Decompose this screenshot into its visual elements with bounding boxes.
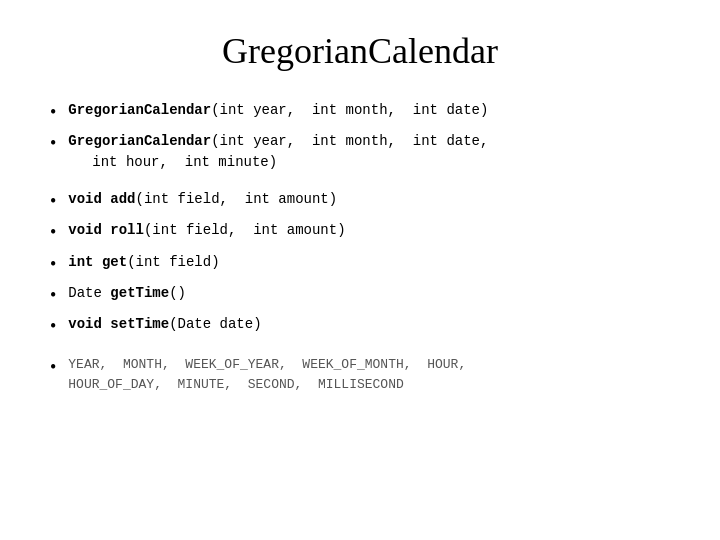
constants-section: YEAR, MONTH, WEEK_OF_YEAR, WEEK_OF_MONTH… xyxy=(50,355,670,394)
list-item: GregorianCalendar(int year, int month, i… xyxy=(50,100,670,125)
method-gettime-bold: getTime xyxy=(110,285,169,301)
method-roll-rest: (int field, int amount) xyxy=(144,222,346,238)
constants-line2: HOUR_OF_DAY, MINUTE, SECOND, MILLISECOND xyxy=(68,377,403,392)
list-item: int get(int field) xyxy=(50,252,670,277)
list-item: void setTime(Date date) xyxy=(50,314,670,339)
method-gettime-parens: () xyxy=(169,285,186,301)
list-item: void add(int field, int amount) xyxy=(50,189,670,214)
method-add-bold: void add xyxy=(68,191,135,207)
page: GregorianCalendar GregorianCalendar(int … xyxy=(0,0,720,540)
list-item: GregorianCalendar(int year, int month, i… xyxy=(50,131,670,173)
list-item: YEAR, MONTH, WEEK_OF_YEAR, WEEK_OF_MONTH… xyxy=(50,355,670,394)
page-title: GregorianCalendar xyxy=(50,30,670,72)
constructor-2-rest: (int year, int month, int date, xyxy=(211,133,488,149)
constructor-1-rest: (int year, int month, int date) xyxy=(211,102,488,118)
constructor-2: GregorianCalendar(int year, int month, i… xyxy=(68,131,488,173)
method-add: void add(int field, int amount) xyxy=(68,189,337,210)
method-roll-bold: void roll xyxy=(68,222,144,238)
method-get: int get(int field) xyxy=(68,252,219,273)
list-item: void roll(int field, int amount) xyxy=(50,220,670,245)
method-gettime: Date getTime() xyxy=(68,283,186,304)
constructor-2-continuation: int hour, int minute) xyxy=(68,154,277,170)
constructor-2-bold: GregorianCalendar xyxy=(68,133,211,149)
methods-list: void add(int field, int amount) void rol… xyxy=(50,189,670,339)
method-settime-rest: (Date date) xyxy=(169,316,261,332)
constants-line1: YEAR, MONTH, WEEK_OF_YEAR, WEEK_OF_MONTH… xyxy=(68,357,466,372)
methods-section: void add(int field, int amount) void rol… xyxy=(50,189,670,339)
list-item: Date getTime() xyxy=(50,283,670,308)
constructor-1-bold: GregorianCalendar xyxy=(68,102,211,118)
constructors-section: GregorianCalendar(int year, int month, i… xyxy=(50,100,670,173)
method-settime: void setTime(Date date) xyxy=(68,314,261,335)
method-get-rest: (int field) xyxy=(127,254,219,270)
constants-content: YEAR, MONTH, WEEK_OF_YEAR, WEEK_OF_MONTH… xyxy=(68,355,466,394)
method-gettime-date: Date xyxy=(68,285,110,301)
constants-list: YEAR, MONTH, WEEK_OF_YEAR, WEEK_OF_MONTH… xyxy=(50,355,670,394)
constructor-1: GregorianCalendar(int year, int month, i… xyxy=(68,100,488,121)
method-settime-void: void xyxy=(68,316,110,332)
method-roll: void roll(int field, int amount) xyxy=(68,220,345,241)
constructor-list: GregorianCalendar(int year, int month, i… xyxy=(50,100,670,173)
method-add-rest: (int field, int amount) xyxy=(136,191,338,207)
method-get-bold: int get xyxy=(68,254,127,270)
method-settime-bold: setTime xyxy=(110,316,169,332)
